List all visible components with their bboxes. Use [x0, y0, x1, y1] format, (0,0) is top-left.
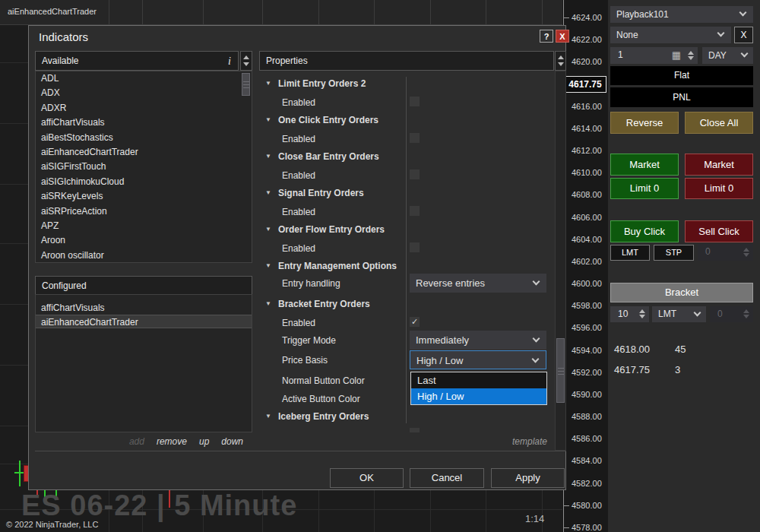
tif-value: DAY — [708, 50, 727, 61]
help-button[interactable]: ? — [540, 30, 553, 43]
available-scroll-arrows[interactable] — [240, 51, 252, 71]
list-item[interactable]: aiSRKeyLevels — [36, 189, 252, 204]
price-label: 4578.00 — [572, 522, 602, 532]
close-all-button[interactable]: Close All — [685, 112, 753, 134]
top-bar-separator — [430, 0, 431, 25]
cancel-button[interactable]: Cancel — [410, 468, 484, 488]
buy-limit-button[interactable]: Limit 0 — [610, 178, 679, 199]
top-bar-separator — [203, 0, 204, 25]
price-label: 4620.00 — [572, 56, 602, 67]
collapse-arrow-icon[interactable]: ▼ — [265, 116, 271, 123]
decrement-icon[interactable] — [688, 56, 694, 60]
collapse-arrow-icon[interactable]: ▼ — [265, 262, 271, 269]
increment-icon[interactable] — [688, 51, 694, 55]
price-label: 4614.00 — [572, 123, 602, 134]
sell-click-button[interactable]: Sell Click — [685, 220, 753, 242]
help-icon: ? — [544, 32, 549, 41]
list-item[interactable]: affiChartVisuals — [36, 116, 252, 130]
checkbox[interactable] — [410, 206, 420, 216]
list-item[interactable]: APZ — [36, 219, 252, 233]
ok-button[interactable]: OK — [330, 468, 404, 488]
collapse-arrow-icon[interactable]: ▼ — [265, 413, 271, 420]
quantity-stepper[interactable]: 1 ▦ — [610, 47, 698, 64]
scroll-up-icon[interactable] — [243, 55, 249, 59]
properties-scroll-arrows[interactable] — [555, 51, 566, 71]
template-link[interactable]: template — [410, 436, 547, 447]
lmt-label: LMT — [622, 248, 638, 257]
collapse-arrow-icon[interactable]: ▼ — [265, 80, 271, 87]
list-item[interactable]: ADL — [36, 71, 252, 86]
property-group-label: Iceberg Entry Orders — [278, 411, 369, 422]
grid-line-vertical — [318, 490, 319, 532]
atm-strategy-selector[interactable]: None — [610, 27, 731, 43]
checkbox-checked[interactable]: ✓ — [410, 317, 420, 327]
dropdown-option[interactable]: Last — [411, 372, 546, 388]
price-basis-selector[interactable]: High / Low — [410, 350, 546, 369]
atm-clear-button[interactable]: X — [734, 27, 753, 43]
list-item[interactable]: affiChartVisuals — [36, 301, 252, 315]
account-selector[interactable]: Playback101 — [610, 6, 753, 23]
sell-limit-button[interactable]: Limit 0 — [685, 178, 753, 199]
list-item[interactable]: Aroon oscillator — [36, 249, 252, 263]
price-label: 4588.00 — [572, 411, 602, 422]
stp-button[interactable]: STP — [654, 245, 694, 261]
grid-line-vertical — [486, 490, 486, 532]
buy-click-button[interactable]: Buy Click — [610, 220, 679, 242]
buy-market-button[interactable]: Market — [610, 154, 679, 176]
list-item[interactable]: ADXR — [36, 101, 252, 116]
bracket-qty-stepper[interactable]: 10 — [610, 306, 649, 322]
scroll-up-icon[interactable] — [558, 55, 564, 59]
configured-header: Configured — [35, 276, 252, 296]
collapse-arrow-icon[interactable]: ▼ — [265, 153, 271, 160]
list-item[interactable]: aiSIGIchimokuCloud — [36, 175, 252, 189]
bracket-button[interactable]: Bracket — [610, 283, 753, 302]
up-link[interactable]: up — [199, 436, 209, 447]
calculator-icon[interactable]: ▦ — [672, 47, 681, 63]
price-basis-dropdown-popup[interactable]: LastHigh / Low — [410, 372, 547, 405]
reverse-button[interactable]: Reverse — [610, 112, 679, 134]
scrollbar-thumb[interactable] — [556, 338, 565, 403]
info-icon[interactable]: i — [228, 52, 231, 71]
down-link[interactable]: down — [221, 436, 243, 447]
checkbox[interactable] — [410, 169, 420, 179]
dropdown-option[interactable]: High / Low — [411, 388, 546, 404]
sell-market-button[interactable]: Market — [685, 154, 753, 176]
list-item[interactable]: aiBestStochastics — [36, 131, 252, 145]
checkbox[interactable] — [410, 133, 420, 143]
current-price-box: 4617.75 — [564, 76, 606, 93]
sell-market-label: Market — [704, 159, 734, 170]
sell-limit-label: Limit 0 — [705, 182, 733, 194]
configured-list[interactable]: affiChartVisualsaiEnhancedChartTrader — [35, 294, 252, 432]
checkbox[interactable] — [410, 97, 420, 106]
tif-selector[interactable]: DAY — [702, 47, 753, 64]
price-axis[interactable]: 4624.004622.004620.004617.754616.004614.… — [562, 0, 608, 532]
checkbox[interactable] — [410, 242, 420, 252]
increment-icon[interactable] — [639, 309, 645, 313]
list-item[interactable]: ADX — [36, 86, 252, 100]
scrollbar-thumb[interactable] — [242, 73, 250, 96]
available-list[interactable]: ADLADXADXRaffiChartVisualsaiBestStochast… — [35, 71, 252, 263]
bracket-type-selector[interactable]: LMT — [652, 306, 706, 322]
list-item[interactable]: aiEnhancedChartTrader — [36, 145, 252, 160]
property-label: Enabled — [282, 207, 315, 217]
list-item[interactable]: Aroon — [36, 233, 252, 248]
grid-line-horizontal — [0, 123, 28, 124]
scroll-down-icon[interactable] — [243, 62, 249, 66]
properties-scrollbar-track[interactable] — [555, 71, 566, 451]
list-item[interactable]: aiEnhancedChartTrader — [36, 315, 252, 328]
apply-button[interactable]: Apply — [491, 468, 565, 488]
collapse-arrow-icon[interactable]: ▼ — [265, 189, 271, 196]
collapse-arrow-icon[interactable]: ▼ — [265, 300, 271, 307]
property-group-label: Close Bar Entry Orders — [278, 151, 379, 162]
decrement-icon[interactable] — [639, 315, 645, 318]
collapse-arrow-icon[interactable]: ▼ — [265, 226, 271, 233]
list-item[interactable]: aiSRPriceAction — [36, 204, 252, 219]
grid-line-vertical — [430, 490, 431, 532]
scroll-down-icon[interactable] — [558, 62, 564, 66]
remove-link[interactable]: remove — [157, 436, 187, 447]
lmt-button[interactable]: LMT — [610, 245, 650, 261]
trigger-mode-selector[interactable]: Immediately — [410, 331, 546, 350]
list-item[interactable]: aiSIGFirstTouch — [36, 160, 252, 174]
entry-handling-selector[interactable]: Reverse entries — [410, 274, 546, 293]
close-button[interactable]: X — [556, 30, 569, 43]
